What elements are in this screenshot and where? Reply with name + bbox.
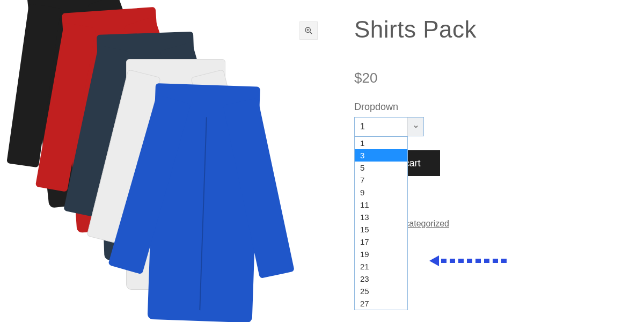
quantity-option[interactable]: 15	[355, 223, 407, 236]
arrow-left-icon	[429, 255, 439, 266]
quantity-option[interactable]: 23	[355, 273, 407, 285]
svg-line-1	[310, 32, 312, 34]
quantity-dropdown[interactable]: 1 13579111315171921232527	[354, 117, 424, 136]
quantity-option[interactable]: 17	[355, 236, 407, 248]
product-price: $20	[354, 70, 644, 86]
zoom-icon-button[interactable]	[299, 21, 318, 40]
quantity-dropdown-list[interactable]: 13579111315171921232527	[354, 136, 408, 310]
quantity-option[interactable]: 7	[355, 174, 407, 186]
product-details-panel: Shirts Pack $20 Dropdown 1 1357911131517…	[322, 0, 644, 322]
quantity-option[interactable]: 1	[355, 137, 407, 149]
product-image-panel	[0, 0, 322, 322]
quantity-option[interactable]: 13	[355, 211, 407, 223]
quantity-option[interactable]: 19	[355, 248, 407, 260]
annotation-arrow	[429, 255, 510, 266]
quantity-selected-value: 1	[355, 122, 407, 131]
quantity-option[interactable]: 25	[355, 285, 407, 297]
quantity-option[interactable]: 27	[355, 297, 407, 310]
magnify-plus-icon	[304, 26, 313, 35]
quantity-dropdown-label: Dropdown	[354, 101, 644, 113]
product-title: Shirts Pack	[354, 16, 644, 43]
quantity-dropdown-display[interactable]: 1	[354, 117, 424, 136]
quantity-option[interactable]: 5	[355, 162, 407, 174]
quantity-option[interactable]: 9	[355, 186, 407, 199]
quantity-option[interactable]: 3	[355, 149, 407, 162]
product-page: Shirts Pack $20 Dropdown 1 1357911131517…	[0, 0, 644, 322]
quantity-option[interactable]: 11	[355, 199, 407, 211]
chevron-down-icon	[407, 118, 423, 136]
quantity-option[interactable]: 21	[355, 260, 407, 273]
